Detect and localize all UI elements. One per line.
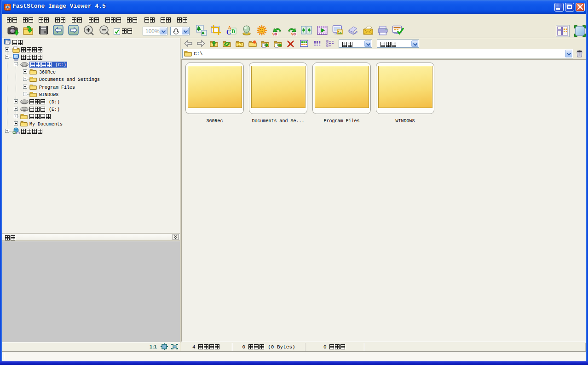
svg-text:90: 90	[291, 32, 296, 37]
svg-text:90: 90	[272, 32, 277, 37]
svg-text:C: C	[226, 29, 231, 36]
svg-text:B: B	[231, 28, 235, 34]
